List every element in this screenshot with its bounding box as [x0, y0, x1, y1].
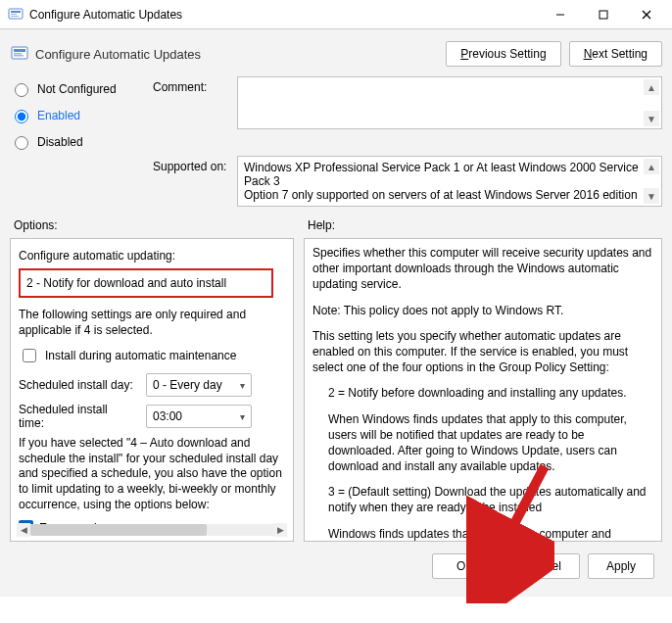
help-text: Windows finds updates that apply to the … — [328, 526, 653, 542]
options-label: Options: — [10, 213, 294, 238]
radio-disabled[interactable]: Disabled — [10, 133, 147, 150]
next-setting-button[interactable]: Next Setting — [569, 41, 662, 67]
scheduled-day-label: Scheduled install day: — [19, 378, 136, 392]
svg-rect-5 — [600, 11, 607, 19]
scheduled-time-select[interactable]: 03:00 ▾ — [146, 405, 252, 428]
supported-on-label: Supported on: — [153, 156, 231, 173]
help-panel: Specifies whether this computer will rec… — [304, 238, 662, 542]
titlebar: Configure Automatic Updates — [0, 0, 672, 29]
maximize-button[interactable] — [582, 0, 625, 29]
scrollbar-thumb[interactable] — [30, 524, 207, 536]
supported-on-text: Windows XP Professional Service Pack 1 o… — [244, 161, 639, 202]
help-text: 3 = (Default setting) Download the updat… — [328, 484, 653, 515]
svg-rect-1 — [11, 11, 21, 13]
apply-button[interactable]: Apply — [588, 553, 654, 579]
supported-on-box: Windows XP Professional Service Pack 1 o… — [237, 156, 662, 207]
help-label: Help: — [304, 213, 662, 238]
close-button[interactable] — [625, 0, 668, 29]
svg-rect-11 — [14, 55, 24, 57]
configure-updates-select[interactable]: 2 - Notify for download and auto install — [19, 268, 273, 298]
radio-not-configured[interactable]: Not Configured — [10, 80, 147, 97]
header: Configure Automatic Updates Previous Set… — [8, 37, 664, 74]
scroll-down-icon[interactable]: ▼ — [644, 111, 659, 126]
state-radio-group: Not Configured Enabled Disabled — [10, 76, 147, 150]
scroll-up-icon[interactable]: ▲ — [644, 79, 659, 95]
comment-label: Comment: — [153, 76, 231, 94]
svg-rect-10 — [14, 53, 22, 55]
policy-icon — [10, 44, 29, 64]
cancel-button[interactable]: Cancel — [506, 553, 580, 579]
install-maintenance-checkbox[interactable]: Install during automatic maintenance — [19, 346, 289, 365]
scroll-down-icon[interactable]: ▼ — [644, 188, 659, 204]
svg-rect-9 — [14, 49, 25, 52]
scroll-up-icon[interactable]: ▲ — [644, 159, 659, 174]
minimize-button[interactable] — [539, 0, 582, 29]
window-title: Configure Automatic Updates — [29, 8, 182, 22]
options-horizontal-scrollbar[interactable]: ◀ ▶ — [17, 523, 287, 537]
previous-setting-button[interactable]: Previous Setting — [446, 41, 560, 67]
chevron-down-icon: ▾ — [240, 411, 245, 422]
help-text: Specifies whether this computer will rec… — [312, 245, 653, 293]
configure-updates-label: Configure automatic updating: — [19, 249, 289, 263]
scroll-left-icon[interactable]: ◀ — [17, 523, 30, 537]
group-policy-icon — [8, 7, 24, 23]
scroll-right-icon[interactable]: ▶ — [273, 523, 287, 537]
help-text: This setting lets you specify whether au… — [312, 328, 653, 376]
help-text: When Windows finds updates that apply to… — [328, 411, 653, 475]
svg-rect-3 — [11, 16, 19, 17]
ok-button[interactable]: OK — [432, 553, 499, 579]
svg-rect-2 — [11, 14, 17, 15]
options-schedule-note: If you have selected "4 – Auto download … — [19, 436, 287, 512]
footer: OK Cancel Apply — [8, 546, 664, 589]
page-title: Configure Automatic Updates — [35, 47, 438, 62]
scheduled-time-label: Scheduled install time: — [19, 403, 136, 430]
help-text: 2 = Notify before downloading and instal… — [328, 385, 653, 401]
radio-enabled[interactable]: Enabled — [10, 107, 147, 123]
options-panel: Configure automatic updating: 2 - Notify… — [10, 238, 294, 542]
chevron-down-icon: ▾ — [240, 380, 245, 391]
options-following-note: The following settings are only required… — [19, 308, 287, 338]
scheduled-day-select[interactable]: 0 - Every day ▾ — [146, 373, 252, 397]
help-text: Note: This policy does not apply to Wind… — [312, 303, 653, 318]
comment-textarea[interactable]: ▲ ▼ — [237, 76, 662, 129]
